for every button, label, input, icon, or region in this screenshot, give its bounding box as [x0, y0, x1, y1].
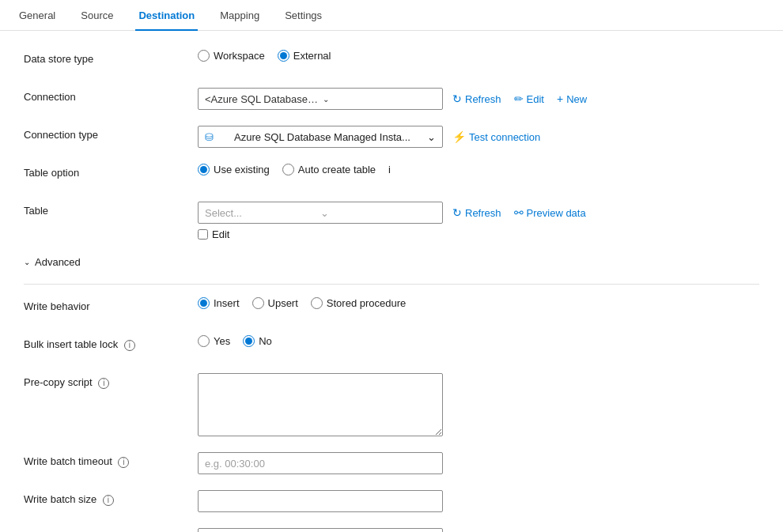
pre-copy-row: Pre-copy script i — [24, 373, 759, 436]
connection-refresh-label: Refresh — [465, 93, 501, 105]
bulk-insert-radio-group: Yes No — [198, 335, 272, 347]
table-option-row: Table option Use existing Auto create ta… — [24, 164, 759, 186]
connection-edit-button[interactable]: ✏ Edit — [511, 91, 547, 107]
connection-new-button[interactable]: + New — [554, 91, 590, 107]
pre-copy-label: Pre-copy script i — [24, 373, 198, 389]
pre-copy-info-icon[interactable]: i — [98, 378, 109, 389]
connection-type-chevron-icon: ⌄ — [427, 131, 436, 143]
destination-form: Data store type Workspace External Conne… — [0, 31, 783, 532]
write-batch-timeout-input[interactable] — [198, 452, 443, 474]
radio-no[interactable]: No — [243, 335, 272, 347]
table-preview-button[interactable]: ⚯ Preview data — [511, 205, 589, 221]
radio-upsert-label: Upsert — [268, 297, 298, 309]
edit-icon: ✏ — [514, 92, 524, 105]
radio-use-existing[interactable]: Use existing — [198, 164, 270, 175]
bulk-insert-info-icon[interactable]: i — [124, 340, 135, 351]
connection-row: Connection <Azure SQL Database Managed I… — [24, 88, 759, 110]
table-option-radio-group: Use existing Auto create table i — [198, 164, 391, 175]
radio-upsert[interactable]: Upsert — [252, 297, 298, 309]
connection-type-row: Connection type ⛁ Azure SQL Database Man… — [24, 126, 759, 148]
write-behavior-row: Write behavior Insert Upsert Stored proc… — [24, 297, 759, 319]
radio-insert[interactable]: Insert — [198, 297, 240, 309]
advanced-label: Advanced — [35, 256, 81, 268]
advanced-toggle[interactable]: ⌄ Advanced — [24, 256, 759, 268]
radio-external[interactable]: External — [278, 50, 331, 62]
write-batch-size-label: Write batch size i — [24, 490, 198, 506]
bulk-insert-row: Bulk insert table lock i Yes No — [24, 335, 759, 357]
table-chevron-icon: ⌄ — [320, 207, 436, 219]
table-option-control: Use existing Auto create table i — [198, 164, 759, 175]
table-control: Select... ⌄ ↻ Refresh ⚯ Preview data Edi… — [198, 202, 759, 240]
radio-stored-procedure[interactable]: Stored procedure — [311, 297, 406, 309]
connection-type-value: Azure SQL Database Managed Insta... — [234, 131, 410, 143]
table-refresh-icon: ↻ — [452, 206, 462, 219]
table-edit-checkbox[interactable] — [198, 229, 208, 240]
radio-auto-create-label: Auto create table — [298, 164, 376, 175]
connection-type-control: ⛁ Azure SQL Database Managed Insta... ⌄ … — [198, 126, 759, 148]
table-option-label: Table option — [24, 164, 198, 179]
connection-dropdown[interactable]: <Azure SQL Database Managed Instance con… — [198, 88, 443, 110]
write-batch-timeout-label: Write batch timeout i — [24, 452, 198, 468]
refresh-icon: ↻ — [452, 92, 462, 105]
bulk-insert-control: Yes No — [198, 335, 759, 347]
connection-chevron-icon: ⌄ — [323, 95, 436, 104]
table-edit-checkbox-item[interactable]: Edit — [198, 228, 589, 240]
table-refresh-label: Refresh — [465, 207, 501, 219]
preview-icon: ⚯ — [514, 206, 524, 219]
plus-icon: + — [557, 92, 563, 105]
bulk-insert-label: Bulk insert table lock i — [24, 335, 198, 351]
write-batch-timeout-info-icon[interactable]: i — [118, 457, 129, 468]
table-select-area: Select... ⌄ ↻ Refresh ⚯ Preview data Edi… — [198, 202, 589, 240]
radio-insert-label: Insert — [214, 297, 240, 309]
advanced-chevron-icon: ⌄ — [24, 258, 30, 266]
pre-copy-textarea[interactable] — [198, 373, 443, 436]
data-store-type-row: Data store type Workspace External — [24, 50, 759, 72]
tab-general[interactable]: General — [16, 0, 59, 31]
table-preview-label: Preview data — [527, 207, 586, 219]
radio-use-existing-label: Use existing — [214, 164, 270, 175]
max-concurrent-label: Max concurrent connections i — [24, 528, 198, 532]
write-batch-timeout-row: Write batch timeout i — [24, 452, 759, 474]
pre-copy-control — [198, 373, 759, 436]
write-batch-size-info-icon[interactable]: i — [103, 495, 114, 506]
test-connection-button[interactable]: ⚡ Test connection — [449, 129, 543, 145]
table-placeholder: Select... — [205, 207, 320, 219]
data-store-type-label: Data store type — [24, 50, 198, 65]
db-icon: ⛁ — [205, 131, 214, 143]
tab-destination[interactable]: Destination — [135, 0, 198, 31]
radio-workspace-label: Workspace — [214, 50, 265, 62]
tab-bar: General Source Destination Mapping Setti… — [0, 0, 783, 31]
radio-workspace[interactable]: Workspace — [198, 50, 265, 62]
table-option-info-icon[interactable]: i — [388, 164, 391, 175]
connection-new-label: New — [566, 93, 587, 105]
max-concurrent-row: Max concurrent connections i — [24, 528, 759, 532]
tab-source[interactable]: Source — [78, 0, 116, 31]
write-behavior-radio-group: Insert Upsert Stored procedure — [198, 297, 406, 309]
connection-type-dropdown[interactable]: ⛁ Azure SQL Database Managed Insta... ⌄ — [198, 126, 443, 148]
write-behavior-control: Insert Upsert Stored procedure — [198, 297, 759, 309]
radio-stored-procedure-label: Stored procedure — [327, 297, 406, 309]
radio-no-label: No — [259, 335, 272, 347]
tab-mapping[interactable]: Mapping — [217, 0, 263, 31]
table-row: Table Select... ⌄ ↻ Refresh ⚯ Preview da… — [24, 202, 759, 240]
write-batch-size-row: Write batch size i — [24, 490, 759, 512]
connection-refresh-button[interactable]: ↻ Refresh — [449, 91, 505, 107]
radio-yes-label: Yes — [214, 335, 230, 347]
connection-control: <Azure SQL Database Managed Instance con… — [198, 88, 759, 110]
table-dropdown[interactable]: Select... ⌄ — [198, 202, 443, 224]
test-connection-label: Test connection — [469, 131, 540, 143]
write-batch-size-input[interactable] — [198, 490, 443, 512]
max-concurrent-input[interactable] — [198, 528, 443, 532]
table-label: Table — [24, 202, 198, 217]
write-behavior-label: Write behavior — [24, 297, 198, 312]
data-store-type-control: Workspace External — [198, 50, 759, 62]
radio-auto-create[interactable]: Auto create table — [282, 164, 376, 175]
connection-edit-label: Edit — [527, 93, 544, 105]
radio-yes[interactable]: Yes — [198, 335, 230, 347]
tab-settings[interactable]: Settings — [282, 0, 325, 31]
connection-value: <Azure SQL Database Managed Instance con… — [205, 93, 318, 105]
max-concurrent-control — [198, 528, 759, 532]
connection-label: Connection — [24, 88, 198, 103]
write-batch-timeout-control — [198, 452, 759, 474]
table-refresh-button[interactable]: ↻ Refresh — [449, 205, 505, 221]
